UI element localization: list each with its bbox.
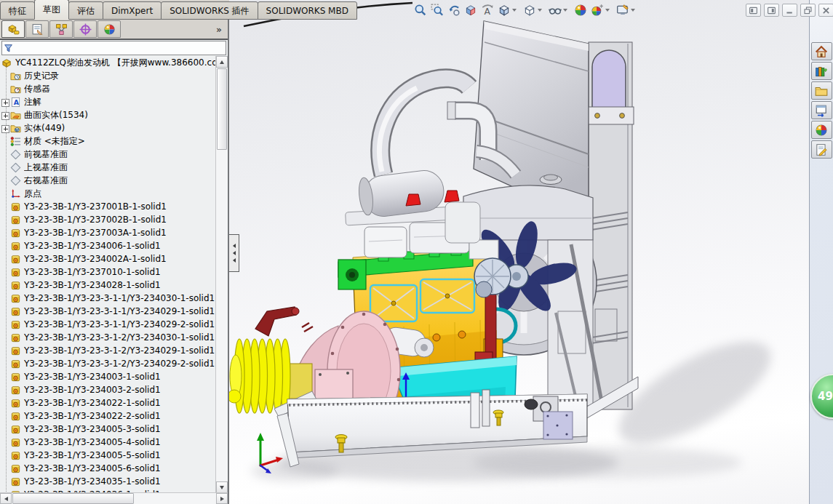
task-pane-button[interactable] bbox=[811, 121, 832, 139]
tree-item[interactable]: Y3-23-3B-1/Y3-234005-5-solid1 bbox=[0, 449, 216, 462]
expand-plus-icon[interactable] bbox=[1, 112, 9, 120]
tree-horizontal-scrollbar[interactable] bbox=[0, 492, 228, 504]
command-tab[interactable]: 评估 bbox=[68, 1, 103, 20]
command-tab-label: 特征 bbox=[9, 5, 26, 17]
view-tool-button[interactable] bbox=[615, 3, 639, 17]
tree-filter-field[interactable] bbox=[1, 41, 226, 55]
tree-item-label: 原点 bbox=[24, 188, 41, 200]
graphics-viewport[interactable] bbox=[229, 0, 810, 504]
panel-overflow-button[interactable]: » bbox=[216, 24, 220, 35]
window-control-button[interactable] bbox=[746, 4, 761, 17]
floating-badge[interactable]: 49 bbox=[810, 374, 833, 419]
tree-item[interactable]: Y3-23-3B-1/Y3-234003-1-solid1 bbox=[0, 370, 216, 383]
tree-item[interactable]: 注解 bbox=[0, 95, 216, 108]
tree-item[interactable]: Y3-23-3B-1/Y3-234005-3-solid1 bbox=[0, 423, 216, 436]
view-tool-icon bbox=[549, 4, 562, 17]
tree-item[interactable]: Y3-23-3B-1/Y3-23-3-1-1/Y3-234030-1-solid… bbox=[0, 292, 216, 305]
tree-item[interactable]: Y3-23-3B-1/Y3-23-3-1-1/Y3-234029-1-solid… bbox=[0, 305, 216, 318]
dropdown-arrow-icon[interactable] bbox=[563, 9, 567, 12]
view-tool-button[interactable] bbox=[573, 3, 588, 17]
tree-item-label: Y3-23-3B-1/Y3-234035-1-solid1 bbox=[24, 476, 161, 487]
command-tab[interactable]: DimXpert bbox=[103, 1, 162, 20]
tree-item[interactable]: Y3-23-3B-1/Y3-234002A-1-solid1 bbox=[0, 252, 216, 265]
tree-item[interactable]: Y3-23-3B-1/Y3-234006-1-solid1 bbox=[0, 239, 216, 252]
tree-item[interactable]: Y3-23-3B-1/Y3-23-3-1-2/Y3-234029-2-solid… bbox=[0, 357, 216, 370]
tree-item[interactable]: Y3-23-3B-1/Y3-237003A-1-solid1 bbox=[0, 226, 216, 239]
scroll-right-button[interactable] bbox=[216, 493, 228, 504]
view-tool-button[interactable] bbox=[522, 3, 546, 17]
view-tool-button[interactable] bbox=[548, 3, 571, 17]
tree-item[interactable]: Y3-23-3B-1/Y3-237001B-1-solid1 bbox=[0, 200, 216, 213]
view-tool-button[interactable] bbox=[447, 3, 461, 17]
task-pane-button[interactable] bbox=[811, 140, 832, 159]
scroll-left-button[interactable] bbox=[0, 493, 12, 504]
tree-item[interactable]: Y3-23-3B-1/Y3-234022-2-solid1 bbox=[0, 409, 216, 423]
tree-item[interactable]: 右视基准面 bbox=[0, 174, 216, 187]
window-control-button[interactable] bbox=[800, 4, 816, 17]
tree-vertical-scrollbar[interactable] bbox=[215, 56, 228, 493]
tree-item[interactable]: Y3-23-3B-1/Y3-23-3-1-1/Y3-234029-2-solid… bbox=[0, 318, 216, 331]
tree-item[interactable]: Y3-23-3B-1/Y3-234005-6-solid1 bbox=[0, 462, 216, 475]
view-tool-button[interactable] bbox=[430, 3, 445, 17]
tree-item[interactable]: Y3-23-3B-1/Y3-234005-4-solid1 bbox=[0, 436, 216, 449]
window-control-button[interactable] bbox=[764, 4, 779, 17]
command-tab[interactable]: 草图 bbox=[34, 0, 69, 20]
tree-item[interactable]: Y3-23-3B-1/Y3-234022-1-solid1 bbox=[0, 396, 216, 409]
panel-tab[interactable] bbox=[73, 20, 97, 38]
tree-item[interactable]: 前视基准面 bbox=[0, 148, 216, 161]
panel-tab-icon bbox=[7, 23, 20, 36]
tree-item[interactable]: 历史记录 bbox=[0, 69, 216, 82]
tree-item[interactable]: Y3-23-3B-1/Y3-234003-2-solid1 bbox=[0, 383, 216, 396]
command-tab-label: DimXpert bbox=[111, 6, 153, 16]
tree-item[interactable]: 实体(449) bbox=[0, 121, 216, 135]
tree-item-icon bbox=[10, 175, 21, 186]
command-tab[interactable]: 特征 bbox=[0, 1, 35, 20]
panel-tab[interactable] bbox=[49, 20, 73, 38]
tree-item[interactable]: Y3-23-3B-1/Y3-234035-1-solid1 bbox=[0, 475, 216, 488]
task-pane-button[interactable] bbox=[811, 101, 832, 119]
scroll-down-button[interactable] bbox=[216, 481, 228, 493]
tree-item[interactable]: Y3-23-3B-1/Y3-23-3-1-2/Y3-234030-1-solid… bbox=[0, 331, 216, 344]
command-tab[interactable]: SOLIDWORKS 插件 bbox=[161, 1, 258, 20]
tree-item[interactable]: Y3-23-3B-1/Y3-23-3-1-2/Y3-234029-1-solid… bbox=[0, 344, 216, 357]
tree-item[interactable]: 曲面实体(1534) bbox=[0, 108, 216, 121]
dropdown-arrow-icon[interactable] bbox=[538, 9, 542, 12]
task-pane-button[interactable] bbox=[811, 81, 832, 100]
expand-plus-icon[interactable] bbox=[1, 125, 9, 133]
panel-splitter-tab[interactable] bbox=[229, 234, 239, 272]
dropdown-arrow-icon[interactable] bbox=[631, 9, 635, 12]
tree-item[interactable]: 传感器 bbox=[0, 82, 216, 95]
view-tool-button[interactable] bbox=[463, 3, 478, 17]
tree-item[interactable]: 原点 bbox=[0, 187, 216, 200]
tree-item[interactable]: Y3-23-3B-1/Y3-234028-1-solid1 bbox=[0, 279, 216, 292]
expand-plus-icon[interactable] bbox=[1, 99, 9, 107]
dropdown-arrow-icon[interactable] bbox=[512, 9, 517, 12]
window-control-button[interactable] bbox=[782, 4, 797, 17]
view-tool-button[interactable] bbox=[497, 3, 520, 17]
task-pane-button[interactable] bbox=[811, 62, 832, 80]
window-control-button[interactable] bbox=[818, 4, 833, 17]
view-tool-button[interactable] bbox=[413, 3, 428, 17]
scroll-up-button[interactable] bbox=[216, 56, 228, 68]
tree-item-label: Y3-23-3B-1/Y3-234005-6-solid1 bbox=[24, 463, 161, 473]
vertical-scroll-thumb[interactable] bbox=[217, 68, 227, 150]
view-tool-button[interactable] bbox=[480, 3, 495, 17]
tree-item[interactable]: Y3-23-3B-1/Y3-237010-1-solid1 bbox=[0, 265, 216, 279]
tree-item-icon bbox=[10, 372, 21, 383]
view-tool-button[interactable] bbox=[590, 3, 613, 17]
tree-item[interactable]: Y3-23-3B-1/Y3-237002B-1-solid1 bbox=[0, 213, 216, 226]
panel-tab[interactable] bbox=[1, 20, 25, 38]
tree-item-label: 右视基准面 bbox=[24, 175, 68, 187]
command-tab[interactable]: SOLIDWORKS MBD bbox=[258, 1, 357, 20]
task-pane-icon bbox=[815, 143, 828, 156]
panel-tab[interactable] bbox=[97, 20, 121, 38]
tree-item[interactable]: 上视基准面 bbox=[0, 161, 216, 174]
tree-item-icon bbox=[10, 162, 21, 173]
horizontal-scroll-thumb[interactable] bbox=[12, 493, 134, 504]
engine-3d-model[interactable] bbox=[229, 0, 810, 504]
panel-tab[interactable] bbox=[25, 20, 49, 38]
tree-item[interactable]: YC4112ZLQ柴油发动机 【开拔网www.386600.com】 bbox=[0, 56, 216, 69]
tree-item[interactable]: 材质 <未指定> bbox=[0, 135, 216, 148]
dropdown-arrow-icon[interactable] bbox=[605, 9, 610, 12]
task-pane-button[interactable] bbox=[811, 42, 832, 60]
